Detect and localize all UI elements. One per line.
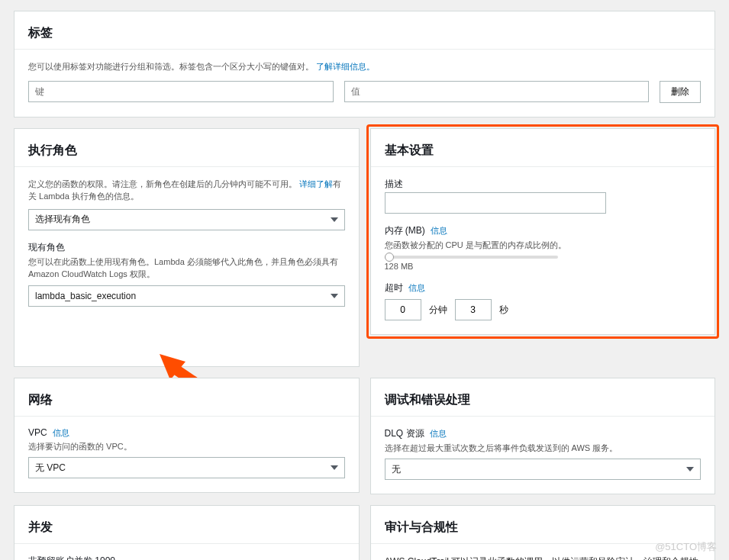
- tags-learn-more-link[interactable]: 了解详细信息。: [316, 62, 375, 71]
- timeout-label-text: 超时: [385, 282, 403, 293]
- basic-settings-panel: 基本设置 描述 内存 (MB) 信息 您函数被分配的 CPU 是与配置的内存成比…: [370, 128, 716, 336]
- audit-text: AWS CloudTrail 可以记录此函数的调用，以供运营和风险审计、治理和合…: [385, 555, 702, 560]
- unreserved-label: 非预留账户并发 1000: [28, 555, 345, 560]
- debug-title: 调试和错误处理: [385, 392, 702, 408]
- tags-title: 标签: [28, 25, 701, 41]
- divider: [15, 416, 359, 417]
- mem-info-link[interactable]: 信息: [431, 226, 447, 235]
- mem-value: 128 MB: [385, 262, 702, 271]
- vpc-hint: 选择要访问的函数的 VPC。: [28, 440, 345, 453]
- tags-hint-text: 您可以使用标签对功能进行分组和筛选。标签包含一个区分大小写的键值对。: [28, 62, 314, 71]
- exec-role-hint: 定义您的函数的权限。请注意，新角色在创建后的几分钟内可能不可用。 详细了解有关 …: [28, 178, 345, 203]
- debug-panel: 调试和错误处理 DLQ 资源 信息 选择在超过最大重试次数之后将事件负载发送到的…: [370, 378, 716, 495]
- exec-role-learn-link[interactable]: 详细了解: [299, 179, 333, 188]
- tags-panel: 标签 您可以使用标签对功能进行分组和筛选。标签包含一个区分大小写的键值对。 了解…: [14, 11, 715, 117]
- vpc-value: 无 VPC: [35, 462, 66, 475]
- divider: [371, 416, 715, 417]
- divider: [15, 49, 714, 50]
- basic-title: 基本设置: [385, 143, 702, 159]
- existing-role-label: 现有角色: [28, 241, 345, 254]
- network-panel: 网络 VPC 信息 选择要访问的函数的 VPC。 无 VPC: [14, 378, 360, 494]
- vpc-info-link[interactable]: 信息: [53, 428, 69, 437]
- chevron-down-icon: [686, 467, 694, 471]
- dlq-value: 无: [392, 463, 401, 476]
- tags-hint: 您可以使用标签对功能进行分组和筛选。标签包含一个区分大小写的键值对。 了解详细信…: [28, 60, 701, 73]
- existing-role-hint: 您可以在此函数上使用现有角色。Lambda 必须能够代入此角色，并且角色必须具有…: [28, 256, 345, 281]
- watermark: @51CTO博客: [655, 540, 717, 554]
- divider: [371, 166, 715, 167]
- timeout-info-link[interactable]: 信息: [408, 283, 425, 292]
- vpc-select[interactable]: 无 VPC: [28, 457, 345, 478]
- choose-role-select[interactable]: 选择现有角色: [28, 209, 345, 230]
- chevron-down-icon: [331, 294, 338, 298]
- timeout-min-input[interactable]: [385, 299, 421, 320]
- choose-role-label: 选择现有角色: [35, 213, 90, 226]
- vpc-label-text: VPC: [28, 427, 47, 438]
- mem-label: 内存 (MB) 信息: [385, 224, 702, 237]
- timeout-sec-input[interactable]: [455, 299, 492, 320]
- mem-slider[interactable]: [385, 256, 559, 259]
- dlq-label: DLQ 资源 信息: [385, 427, 702, 440]
- tag-value-input[interactable]: [344, 81, 650, 102]
- exec-role-hint-text: 定义您的函数的权限。请注意，新角色在创建后的几分钟内可能不可用。: [28, 179, 297, 188]
- chevron-down-icon: [331, 217, 338, 222]
- tag-delete-button[interactable]: 删除: [660, 81, 701, 103]
- concurrency-title: 并发: [28, 520, 345, 536]
- exec-role-panel: 执行角色 定义您的函数的权限。请注意，新角色在创建后的几分钟内可能不可用。 详细…: [14, 128, 360, 367]
- seconds-unit: 秒: [499, 304, 508, 317]
- desc-label: 描述: [385, 178, 702, 191]
- network-title: 网络: [28, 392, 345, 408]
- dlq-select[interactable]: 无: [385, 459, 702, 480]
- slider-thumb-icon[interactable]: [385, 253, 394, 262]
- dlq-hint: 选择在超过最大重试次数之后将事件负载发送到的 AWS 服务。: [385, 442, 702, 455]
- vpc-label: VPC 信息: [28, 427, 345, 439]
- tag-key-input[interactable]: [28, 81, 334, 102]
- concurrency-panel: 并发 非预留账户并发 1000 使用非预留账户并发 预留并发: [14, 505, 360, 560]
- minutes-unit: 分钟: [429, 304, 447, 317]
- audit-title: 审计与合规性: [385, 520, 702, 536]
- exec-role-title: 执行角色: [28, 143, 345, 159]
- divider: [15, 166, 359, 167]
- desc-input[interactable]: [385, 192, 606, 214]
- dlq-info-link[interactable]: 信息: [430, 429, 447, 438]
- chevron-down-icon: [331, 465, 338, 470]
- existing-role-value: lambda_basic_execution: [35, 291, 136, 301]
- dlq-label-text: DLQ 资源: [385, 428, 424, 439]
- existing-role-select[interactable]: lambda_basic_execution: [28, 285, 345, 307]
- mem-hint: 您函数被分配的 CPU 是与配置的内存成比例的。: [385, 239, 702, 252]
- mem-label-text: 内存 (MB): [385, 225, 425, 236]
- audit-text-prefix: AWS CloudTrail 可以记录此函数的调用，以供运营和风险审计、治理和合…: [385, 556, 699, 560]
- timeout-label: 超时 信息: [385, 282, 702, 294]
- divider: [15, 543, 359, 544]
